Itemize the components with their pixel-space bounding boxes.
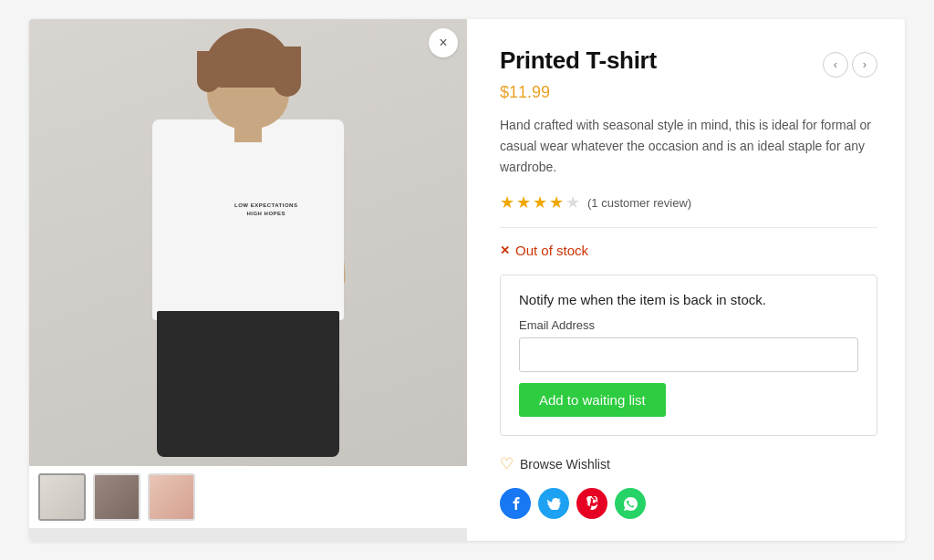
divider [500, 227, 877, 228]
shirt-text: LOW EXPECTATIONS HIGH HOPES [234, 202, 297, 219]
nav-arrows: ‹ › [823, 52, 877, 78]
product-image: LOW EXPECTATIONS HIGH HOPES [29, 19, 467, 466]
person-figure: LOW EXPECTATIONS HIGH HOPES [120, 33, 376, 452]
product-description: Hand crafted with seasonal style in mind… [500, 115, 877, 178]
star-rating: ★ ★ ★ ★ ★ [500, 192, 580, 213]
product-price: $11.99 [500, 83, 877, 102]
thumbnail-2[interactable] [93, 473, 140, 521]
pinterest-share-button[interactable] [576, 488, 607, 519]
review-count[interactable]: (1 customer review) [587, 196, 691, 210]
add-to-waiting-list-button[interactable]: Add to waiting list [519, 383, 666, 417]
product-info: Printed T-shirt ‹ › $11.99 Hand crafted … [467, 19, 905, 541]
prev-product-button[interactable]: ‹ [823, 52, 848, 78]
twitter-icon [547, 498, 561, 510]
email-input[interactable] [519, 337, 858, 372]
pinterest-icon [586, 496, 597, 511]
star-3: ★ [533, 192, 547, 213]
next-product-button[interactable]: › [852, 52, 877, 78]
wishlist-label: Browse Wishlist [520, 457, 610, 472]
star-5: ★ [566, 192, 580, 213]
product-title: Printed T-shirt [500, 47, 657, 75]
whatsapp-icon [624, 497, 638, 511]
reviews-row: ★ ★ ★ ★ ★ (1 customer review) [500, 192, 877, 213]
close-button[interactable]: × [429, 28, 458, 57]
social-share-row [500, 488, 877, 519]
thumbnail-1[interactable] [38, 473, 86, 521]
wishlist-row[interactable]: ♡ Browse Wishlist [500, 454, 877, 473]
facebook-icon [511, 496, 520, 511]
x-icon: ✕ [500, 244, 510, 257]
star-4: ★ [549, 192, 564, 213]
neck [234, 124, 262, 142]
product-header: Printed T-shirt ‹ › [500, 47, 877, 78]
whatsapp-share-button[interactable] [615, 488, 646, 519]
product-card: LOW EXPECTATIONS HIGH HOPES × Printed T-… [29, 19, 905, 541]
star-1: ★ [500, 192, 514, 213]
twitter-share-button[interactable] [538, 488, 569, 519]
notify-box: Notify me when the item is back in stock… [500, 275, 877, 436]
pants [157, 311, 339, 457]
out-of-stock-status: ✕ Out of stock [500, 243, 877, 258]
facebook-share-button[interactable] [500, 488, 531, 519]
tshirt: LOW EXPECTATIONS HIGH HOPES [152, 119, 344, 320]
heart-icon: ♡ [500, 454, 514, 473]
image-section: LOW EXPECTATIONS HIGH HOPES × [29, 19, 467, 541]
star-2: ★ [516, 192, 531, 213]
out-of-stock-label: Out of stock [515, 243, 588, 258]
email-label: Email Address [519, 318, 858, 332]
hair [204, 28, 292, 88]
thumbnail-3[interactable] [148, 473, 195, 521]
thumbnails-row [29, 466, 467, 528]
notify-title: Notify me when the item is back in stock… [519, 292, 858, 307]
